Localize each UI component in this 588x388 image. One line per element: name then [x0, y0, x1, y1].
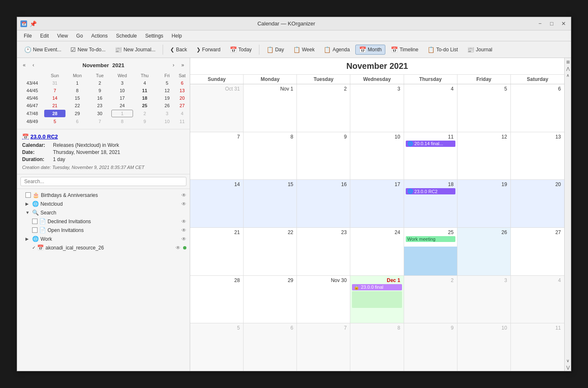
cal-day-dec7[interactable]: 7 — [297, 323, 350, 371]
event-20014final[interactable]: 🌐 20.0.14 final... — [406, 141, 455, 147]
mini-cal-day[interactable]: 22 — [66, 102, 88, 109]
cal-day-dec8[interactable]: 8 — [350, 323, 404, 371]
mini-cal-day[interactable]: 1 — [111, 110, 133, 117]
scroll-down-icon[interactable]: ∨ — [565, 358, 571, 363]
open-checkbox[interactable] — [32, 227, 38, 233]
month-button[interactable]: 📅 Month — [355, 45, 385, 55]
work-eye-icon[interactable]: 👁 — [181, 236, 186, 242]
search-input[interactable] — [20, 177, 186, 186]
close-button[interactable]: ✕ — [559, 20, 568, 28]
akonadi-eye-icon[interactable]: 👁 — [176, 245, 181, 251]
menu-settings[interactable]: Settings — [142, 32, 166, 40]
menu-help[interactable]: Help — [168, 32, 186, 40]
cal-day-4[interactable]: 4 — [404, 84, 457, 132]
scroll-resize-icon[interactable]: ⊞ — [565, 59, 571, 65]
mini-cal-day[interactable]: 25 — [134, 102, 156, 109]
mini-cal-day[interactable]: 7 — [44, 87, 66, 94]
calendar-item-nextcloud[interactable]: ▶ 🌐 Nextcloud 👁 — [17, 199, 190, 208]
cal-day-dec6[interactable]: 6 — [244, 323, 297, 371]
mini-cal-day[interactable]: 6 — [66, 118, 88, 125]
calendar-item-akonadi[interactable]: ✓ 📅 akonadi_ical_resource_26 👁 — [17, 243, 190, 252]
cal-day-7[interactable]: 7 — [190, 132, 244, 180]
cal-day-dec4[interactable]: 4 — [511, 276, 564, 323]
timeline-button[interactable]: 📅 Timeline — [387, 45, 422, 55]
back-button[interactable]: ❮ Back — [166, 45, 191, 54]
nextcloud-eye-icon[interactable]: 👁 — [181, 201, 186, 207]
cal-day-nov30[interactable]: Nov 30 — [297, 276, 350, 323]
cal-day-12[interactable]: 12 — [457, 132, 511, 180]
cal-day-21[interactable]: 21 — [190, 228, 244, 275]
nextcloud-expand-icon[interactable]: ▶ — [25, 202, 30, 206]
cal-day-dec10[interactable]: 10 — [457, 323, 511, 371]
cal-day-6[interactable]: 6 — [511, 84, 564, 132]
mini-cal-next-button[interactable]: › — [170, 61, 177, 69]
cal-day-dec2[interactable]: 2 — [404, 276, 457, 323]
mini-cal-day[interactable]: 9 — [89, 87, 111, 94]
birthdays-checkbox[interactable] — [25, 192, 31, 198]
forward-button[interactable]: ❯ Forward — [193, 45, 224, 54]
cal-day-25[interactable]: 25 Work meeting — [404, 228, 457, 275]
cal-day-13[interactable]: 13 — [511, 132, 564, 180]
menu-go[interactable]: Go — [73, 32, 86, 40]
scroll-up-icon[interactable]: ∧ — [565, 72, 571, 78]
mini-cal-day[interactable]: 12 — [156, 87, 178, 94]
cal-day-16[interactable]: 16 — [297, 180, 350, 227]
mini-cal-day[interactable]: 27 — [178, 102, 186, 109]
cal-day-10[interactable]: 10 — [350, 132, 404, 180]
mini-cal-day[interactable]: 16 — [89, 95, 111, 101]
cal-day-dec11[interactable]: 11 — [511, 323, 564, 371]
declined-checkbox[interactable] — [32, 219, 38, 224]
cal-day-19[interactable]: 19 — [457, 180, 511, 227]
cal-day-dec9[interactable]: 9 — [404, 323, 457, 371]
mini-cal-day[interactable]: 6 — [178, 80, 186, 86]
cal-day-22[interactable]: 22 — [244, 228, 297, 275]
mini-cal-day[interactable]: 15 — [66, 95, 88, 101]
mini-cal-day[interactable]: 3 — [156, 110, 178, 117]
open-eye-icon[interactable]: 👁 — [181, 227, 186, 233]
mini-cal-day[interactable]: 10 — [156, 118, 178, 125]
new-event-button[interactable]: 🕐 New Event... — [20, 45, 65, 55]
new-todo-button[interactable]: ☑ New To-do... — [67, 45, 109, 55]
mini-cal-day[interactable]: 2 — [134, 110, 156, 117]
mini-cal-day[interactable]: 21 — [44, 102, 66, 109]
mini-cal-day[interactable]: 5 — [44, 118, 66, 125]
event-title[interactable]: 📅 23.0.0 RC2 — [22, 134, 185, 140]
new-journal-button[interactable]: 📰 New Journal... — [111, 45, 159, 55]
menu-schedule[interactable]: Schedule — [113, 32, 140, 40]
event-rc2[interactable]: 🌐 23.0.0 RC2 — [406, 188, 455, 194]
calendar-item-open[interactable]: 📄 Open Invitations 👁 — [17, 226, 190, 234]
mini-cal-day[interactable]: 20 — [178, 95, 186, 101]
cal-day-3[interactable]: 3 — [350, 84, 404, 132]
cal-day-20[interactable]: 20 — [511, 180, 564, 227]
mini-cal-prev-prev-button[interactable]: « — [20, 61, 28, 69]
calendar-item-work[interactable]: ▶ 🌐 Work 👁 — [17, 234, 190, 243]
mini-cal-prev-button[interactable]: ‹ — [30, 61, 37, 69]
cal-day-27[interactable]: 27 — [511, 228, 564, 275]
cal-day-dec3[interactable]: 3 — [457, 276, 511, 323]
cal-day-2[interactable]: 2 — [297, 84, 350, 132]
mini-cal-day[interactable]: 14 — [44, 95, 66, 101]
cal-day-26[interactable]: 26 — [457, 228, 511, 275]
mini-cal-day[interactable]: 31 — [44, 80, 66, 86]
declined-eye-icon[interactable]: 👁 — [181, 219, 186, 224]
mini-cal-day[interactable]: 28 — [44, 110, 66, 117]
menu-edit[interactable]: Edit — [37, 32, 52, 40]
mini-cal-day[interactable]: 5 — [156, 80, 178, 86]
calendar-item-search[interactable]: ▼ 🔍 Search — [17, 208, 190, 217]
maximize-button[interactable]: □ — [548, 20, 556, 28]
mini-cal-day[interactable]: 9 — [134, 118, 156, 125]
cal-day-28[interactable]: 28 — [190, 276, 244, 323]
cal-day-29[interactable]: 29 — [244, 276, 297, 323]
mini-cal-day[interactable]: 4 — [134, 80, 156, 86]
cal-day-oct31[interactable]: Oct 31 — [190, 84, 244, 132]
birthdays-eye-icon[interactable]: 👁 — [181, 192, 186, 198]
mini-cal-day[interactable]: 8 — [66, 87, 88, 94]
cal-day-8[interactable]: 8 — [244, 132, 297, 180]
mini-cal-day[interactable]: 2 — [89, 80, 111, 86]
week-button[interactable]: 📋 Week — [289, 45, 318, 55]
mini-cal-day[interactable]: 11 — [134, 87, 156, 94]
mini-cal-day[interactable]: 19 — [156, 95, 178, 101]
scroll-bottom-icon[interactable]: ⋁ — [565, 364, 571, 370]
cal-day-11[interactable]: 11 🌐 20.0.14 final... — [404, 132, 457, 180]
mini-cal-day[interactable]: 13 — [178, 87, 186, 94]
